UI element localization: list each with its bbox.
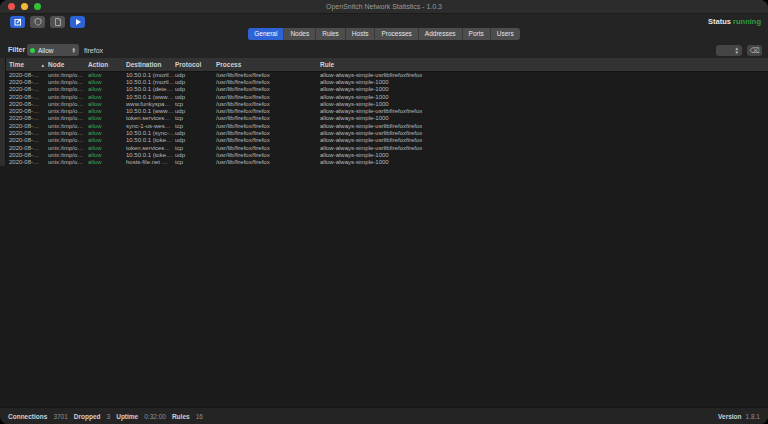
cell-node: unix:/tmp/o… xyxy=(48,72,88,78)
cell-rule: allow-always-simple-usrlibfirefoxfirefox xyxy=(320,123,768,129)
column-header-process[interactable]: Process xyxy=(216,61,320,68)
rules-value: 16 xyxy=(196,413,203,420)
cell-node: unix:/tmp/o… xyxy=(48,108,88,114)
cell-destination: hosts-file.net … xyxy=(126,159,175,165)
status-indicator: Status running xyxy=(708,17,761,26)
cell-rule: allow-always-simple-usrlibfirefoxfirefox xyxy=(320,108,768,114)
column-header-node[interactable]: Node xyxy=(48,61,88,68)
cell-action: allow xyxy=(88,145,126,151)
new-rule-button[interactable] xyxy=(10,16,25,28)
header-area: GeneralNodesRulesHostsProcessesAddresses… xyxy=(0,14,768,42)
table-row[interactable]: 2020-08-…unix:/tmp/o…allow10.50.0.1 (moz… xyxy=(6,78,768,85)
tab-nodes[interactable]: Nodes xyxy=(284,28,316,40)
shield-icon xyxy=(34,18,42,26)
cell-rule: allow-always-simple-usrlibfirefoxfirefox xyxy=(320,137,768,143)
cell-action: allow xyxy=(88,115,126,121)
cell-destination: 10.50.0.1 (www… xyxy=(126,108,175,114)
security-button[interactable] xyxy=(30,16,45,28)
cell-time: 2020-08-… xyxy=(6,86,48,92)
cell-process: /usr/lib/firefox/firefox xyxy=(216,86,320,92)
cell-protocol: tcp xyxy=(175,159,216,165)
cell-process: /usr/lib/firefox/firefox xyxy=(216,72,320,78)
backspace-icon: ⌫ xyxy=(750,47,760,54)
dropped-value: 3 xyxy=(107,413,111,420)
cell-process: /usr/lib/firefox/firefox xyxy=(216,152,320,158)
table-row[interactable]: 2020-08-…unix:/tmp/o…allowsync-1-us-wes…… xyxy=(6,122,768,129)
cell-destination: token.services… xyxy=(126,145,175,151)
cell-time: 2020-08-… xyxy=(6,94,48,100)
table-row[interactable]: 2020-08-…unix:/tmp/o…allow10.50.0.1 (det… xyxy=(6,86,768,93)
cell-node: unix:/tmp/o… xyxy=(48,79,88,85)
play-icon xyxy=(74,18,82,26)
table-row[interactable]: 2020-08-…unix:/tmp/o…allowhosts-file.net… xyxy=(6,159,768,166)
cell-destination: 10.50.0.1 (www… xyxy=(126,94,175,100)
cell-node: unix:/tmp/o… xyxy=(48,86,88,92)
window-title: OpenSnitch Network Statistics - 1.0.3 xyxy=(0,0,768,13)
cell-action: allow xyxy=(88,130,126,136)
tab-users[interactable]: Users xyxy=(491,28,520,40)
column-header-action[interactable]: Action xyxy=(88,61,126,68)
table-row[interactable]: 2020-08-…unix:/tmp/o…allow10.50.0.1 (tok… xyxy=(6,151,768,158)
table-header-row: Time▴NodeActionDestinationProtocolProces… xyxy=(6,58,768,72)
cell-rule: allow-always-simple-1000 xyxy=(320,86,768,92)
limit-dropdown[interactable]: ▲▼ xyxy=(716,45,742,56)
table-row[interactable]: 2020-08-…unix:/tmp/o…allow10.50.0.1 (www… xyxy=(6,107,768,114)
cell-node: unix:/tmp/o… xyxy=(48,94,88,100)
table-body: 2020-08-…unix:/tmp/o…allow10.50.0.1 (moz… xyxy=(6,71,768,166)
cell-destination: token.services… xyxy=(126,115,175,121)
cell-protocol: tcp xyxy=(175,145,216,151)
connections-label: Connections xyxy=(8,413,47,420)
cell-protocol: udp xyxy=(175,137,216,143)
table-row[interactable]: 2020-08-…unix:/tmp/o…allow10.50.0.1 (moz… xyxy=(6,71,768,78)
tab-general[interactable]: General xyxy=(248,28,284,40)
action-filter-dropdown[interactable]: Allow ▲▼ xyxy=(27,44,79,56)
cell-protocol: tcp xyxy=(175,101,216,107)
tab-processes[interactable]: Processes xyxy=(375,28,418,40)
connections-table: Time▴NodeActionDestinationProtocolProces… xyxy=(0,58,768,407)
column-header-protocol[interactable]: Protocol xyxy=(175,61,216,68)
tab-bar: GeneralNodesRulesHostsProcessesAddresses… xyxy=(248,28,519,40)
document-icon xyxy=(54,18,62,26)
cell-destination: 10.50.0.1 (mozil… xyxy=(126,72,175,78)
column-header-time[interactable]: Time▴ xyxy=(6,61,48,68)
cell-rule: allow-always-simple-1000 xyxy=(320,115,768,121)
toolbar xyxy=(10,16,85,28)
table-row[interactable]: 2020-08-…unix:/tmp/o…allowtoken.services… xyxy=(6,115,768,122)
cell-time: 2020-08-… xyxy=(6,130,48,136)
statusbar-left: Connections 3701 Dropped 3 Uptime 0:32:0… xyxy=(8,413,203,420)
start-button[interactable] xyxy=(70,16,85,28)
sort-ascending-icon: ▴ xyxy=(41,62,44,68)
table-row[interactable]: 2020-08-…unix:/tmp/o…allowwww.funkyspa…t… xyxy=(6,100,768,107)
cell-action: allow xyxy=(88,94,126,100)
column-header-destination[interactable]: Destination xyxy=(126,61,175,68)
cell-protocol: udp xyxy=(175,130,216,136)
tab-hosts[interactable]: Hosts xyxy=(346,28,376,40)
tab-ports[interactable]: Ports xyxy=(463,28,491,40)
dropped-label: Dropped xyxy=(74,413,101,420)
tab-rules[interactable]: Rules xyxy=(316,28,346,40)
cell-node: unix:/tmp/o… xyxy=(48,152,88,158)
cell-action: allow xyxy=(88,137,126,143)
cell-process: /usr/lib/firefox/firefox xyxy=(216,115,320,121)
cell-node: unix:/tmp/o… xyxy=(48,115,88,121)
cell-node: unix:/tmp/o… xyxy=(48,159,88,165)
filter-query-input[interactable] xyxy=(84,44,644,56)
table-row[interactable]: 2020-08-…unix:/tmp/o…allow10.50.0.1 (syn… xyxy=(6,129,768,136)
filter-bar: Filter Allow ▲▼ ▲▼ ⌫ xyxy=(0,42,768,58)
table-row[interactable]: 2020-08-…unix:/tmp/o…allowtoken.services… xyxy=(6,144,768,151)
column-header-rule[interactable]: Rule xyxy=(320,61,768,68)
export-button[interactable] xyxy=(50,16,65,28)
table-row[interactable]: 2020-08-…unix:/tmp/o…allow10.50.0.1 (www… xyxy=(6,93,768,100)
version-label: Version xyxy=(718,413,741,420)
rules-label: Rules xyxy=(172,413,190,420)
cell-process: /usr/lib/firefox/firefox xyxy=(216,130,320,136)
chevron-up-down-icon: ▲▼ xyxy=(735,47,739,54)
status-value: running xyxy=(733,17,761,26)
cell-protocol: udp xyxy=(175,152,216,158)
cell-action: allow xyxy=(88,86,126,92)
clear-filter-button[interactable]: ⌫ xyxy=(747,45,762,56)
tab-addresses[interactable]: Addresses xyxy=(419,28,463,40)
table-row[interactable]: 2020-08-…unix:/tmp/o…allow10.50.0.1 (tok… xyxy=(6,137,768,144)
version-value: 1.8.1 xyxy=(746,413,760,420)
cell-process: /usr/lib/firefox/firefox xyxy=(216,123,320,129)
